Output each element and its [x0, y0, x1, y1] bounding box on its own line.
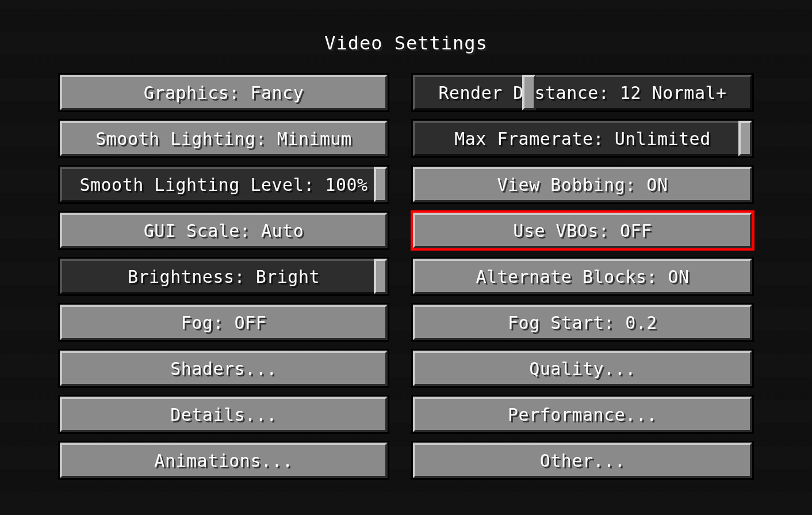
- render-distance-slider[interactable]: Render Distance: 12 Normal+: [413, 75, 752, 110]
- quality-label: Quality...: [529, 359, 636, 379]
- details-button[interactable]: Details...: [60, 397, 388, 432]
- other-button[interactable]: Other...: [413, 443, 752, 478]
- alternate-blocks-button[interactable]: Alternate Blocks: ON: [413, 259, 752, 294]
- use-vbos-button[interactable]: Use VBOs: OFF: [413, 213, 752, 248]
- quality-button[interactable]: Quality...: [413, 351, 752, 386]
- slider-thumb[interactable]: [374, 259, 388, 294]
- view-bobbing-label: View Bobbing: ON: [497, 175, 668, 195]
- fog-start-label: Fog Start: 0.2: [508, 313, 657, 333]
- video-settings-screen: Video Settings Graphics: Fancy Render Di…: [0, 0, 812, 515]
- other-label: Other...: [540, 451, 626, 471]
- fog-label: Fog: OFF: [181, 313, 267, 333]
- gui-scale-label: GUI Scale: Auto: [144, 221, 304, 241]
- shaders-label: Shaders...: [170, 359, 277, 379]
- shaders-button[interactable]: Shaders...: [60, 351, 388, 386]
- page-title: Video Settings: [324, 32, 488, 54]
- fog-button[interactable]: Fog: OFF: [60, 305, 388, 340]
- smooth-lighting-button[interactable]: Smooth Lighting: Minimum: [60, 121, 388, 156]
- slider-thumb[interactable]: [522, 75, 536, 110]
- smooth-lighting-label: Smooth Lighting: Minimum: [95, 129, 351, 149]
- graphics-button[interactable]: Graphics: Fancy: [60, 75, 388, 110]
- smooth-lighting-level-label: Smooth Lighting Level: 100%: [79, 175, 367, 195]
- render-distance-label: Render Distance: 12 Normal+: [438, 83, 726, 103]
- animations-label: Animations...: [154, 451, 293, 471]
- settings-grid: Graphics: Fancy Render Distance: 12 Norm…: [60, 75, 752, 478]
- slider-thumb[interactable]: [374, 167, 388, 202]
- performance-label: Performance...: [508, 405, 657, 425]
- smooth-lighting-level-slider[interactable]: Smooth Lighting Level: 100%: [60, 167, 388, 202]
- animations-button[interactable]: Animations...: [60, 443, 388, 478]
- fog-start-button[interactable]: Fog Start: 0.2: [413, 305, 752, 340]
- view-bobbing-button[interactable]: View Bobbing: ON: [413, 167, 752, 202]
- performance-button[interactable]: Performance...: [413, 397, 752, 432]
- slider-thumb[interactable]: [738, 121, 752, 156]
- details-label: Details...: [170, 405, 277, 425]
- brightness-slider[interactable]: Brightness: Bright: [60, 259, 388, 294]
- alternate-blocks-label: Alternate Blocks: ON: [476, 267, 689, 287]
- brightness-label: Brightness: Bright: [128, 267, 320, 287]
- use-vbos-label: Use VBOs: OFF: [513, 221, 652, 241]
- graphics-label: Graphics: Fancy: [144, 83, 304, 103]
- max-framerate-label: Max Framerate: Unlimited: [454, 129, 710, 149]
- gui-scale-button[interactable]: GUI Scale: Auto: [60, 213, 388, 248]
- max-framerate-slider[interactable]: Max Framerate: Unlimited: [413, 121, 752, 156]
